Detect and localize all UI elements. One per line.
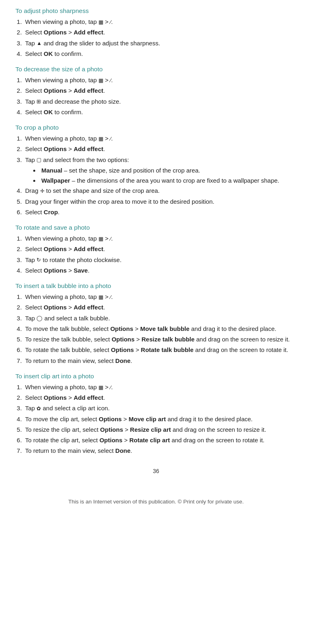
- step-item: When viewing a photo, tap ▦ > ∕.: [24, 17, 297, 26]
- edit-icon: ∕: [110, 77, 111, 85]
- step-item: Select Options > Add effect.: [24, 244, 297, 254]
- move-icon: ✛: [40, 187, 45, 195]
- steps-list-talk-bubble: When viewing a photo, tap ▦ > ∕.Select O…: [24, 292, 297, 365]
- step-item: Select Options > Add effect.: [24, 393, 297, 402]
- section-title-talk-bubble: To insert a talk bubble into a photo: [15, 282, 297, 290]
- section-title-rotate-save: To rotate and save a photo: [15, 224, 297, 231]
- sharpness-icon: ▲: [36, 39, 42, 47]
- edit-icon: ∕: [110, 135, 111, 143]
- steps-list-decrease-size: When viewing a photo, tap ▦ > ∕.Select O…: [24, 75, 297, 117]
- menu-icon: ▦: [98, 235, 103, 243]
- step-item: Select Options > Add effect.: [24, 303, 297, 312]
- section-title-clip-art: To insert clip art into a photo: [15, 373, 297, 380]
- step-item: Tap ⊞ and decrease the photo size.: [24, 97, 297, 106]
- step-item: Tap ↻ to rotate the photo clockwise.: [24, 255, 297, 264]
- menu-icon: ▦: [98, 135, 103, 143]
- bullet-item: Manual – set the shape, size and positio…: [40, 166, 297, 175]
- steps-list-crop-photo: When viewing a photo, tap ▦ > ∕.Select O…: [24, 134, 297, 217]
- step-item: Tap ✿ and select a clip art icon.: [24, 403, 297, 413]
- crop-icon: ▢: [36, 156, 41, 164]
- bullet-list: Manual – set the shape, size and positio…: [40, 166, 297, 186]
- bullet-item: Wallpaper – the dimensions of the area y…: [40, 176, 297, 185]
- step-item: To return to the main view, select Done.: [24, 356, 297, 365]
- footer-text: This is an Internet version of this publ…: [15, 499, 297, 505]
- menu-icon: ▦: [98, 18, 103, 26]
- step-item: Select OK to confirm.: [24, 107, 297, 117]
- clipart-icon: ✿: [36, 405, 41, 413]
- steps-list-adjust-sharpness: When viewing a photo, tap ▦ > ∕.Select O…: [24, 17, 297, 58]
- resize-icon: ⊞: [36, 98, 41, 106]
- edit-icon: ∕: [110, 18, 111, 26]
- step-item: Select Options > Save.: [24, 266, 297, 275]
- steps-list-rotate-save: When viewing a photo, tap ▦ > ∕.Select O…: [24, 234, 297, 275]
- main-content: To adjust photo sharpnessWhen viewing a …: [15, 7, 297, 505]
- step-item: To resize the talk bubble, select Option…: [24, 335, 297, 344]
- step-item: Tap ▢ and select from the two options:: [24, 155, 297, 164]
- bubble-icon: ◯: [36, 314, 43, 322]
- step-item: When viewing a photo, tap ▦ > ∕.: [24, 134, 297, 143]
- step-item: Tap ◯ and select a talk bubble.: [24, 313, 297, 323]
- step-item: Select OK to confirm.: [24, 49, 297, 58]
- step-item: When viewing a photo, tap ▦ > ∕.: [24, 75, 297, 85]
- step-item: Select Crop.: [24, 207, 297, 217]
- menu-icon: ▦: [98, 293, 103, 301]
- step-item: To rotate the talk bubble, select Option…: [24, 345, 297, 354]
- step-item: Drag your finger within the crop area to…: [24, 197, 297, 206]
- step-item: Tap ▲ and drag the slider to adjust the …: [24, 38, 297, 48]
- step-item: Select Options > Add effect.: [24, 144, 297, 154]
- step-item: To move the talk bubble, select Options …: [24, 324, 297, 333]
- section-title-adjust-sharpness: To adjust photo sharpness: [15, 7, 297, 15]
- edit-icon: ∕: [110, 235, 111, 243]
- menu-icon: ▦: [98, 77, 103, 85]
- step-item: To return to the main view, select Done.: [24, 446, 297, 455]
- menu-icon: ▦: [98, 384, 103, 392]
- page-number: 36: [15, 468, 297, 474]
- steps-list-clip-art: When viewing a photo, tap ▦ > ∕.Select O…: [24, 382, 297, 456]
- step-item: When viewing a photo, tap ▦ > ∕.: [24, 234, 297, 243]
- step-item: Select Options > Add effect.: [24, 86, 297, 95]
- edit-icon: ∕: [110, 293, 111, 301]
- step-item: When viewing a photo, tap ▦ > ∕.: [24, 292, 297, 301]
- edit-icon: ∕: [110, 384, 111, 392]
- rotate-icon: ↻: [36, 256, 41, 264]
- step-item: Drag ✛ to set the shape and size of the …: [24, 186, 297, 195]
- step-item: To move the clip art, select Options > M…: [24, 414, 297, 424]
- section-title-decrease-size: To decrease the size of a photo: [15, 66, 297, 73]
- step-item: Select Options > Add effect.: [24, 28, 297, 37]
- step-item: When viewing a photo, tap ▦ > ∕.: [24, 382, 297, 392]
- section-title-crop-photo: To crop a photo: [15, 124, 297, 131]
- step-item: To resize the clip art, select Options >…: [24, 425, 297, 434]
- step-item: To rotate the clip art, select Options >…: [24, 435, 297, 445]
